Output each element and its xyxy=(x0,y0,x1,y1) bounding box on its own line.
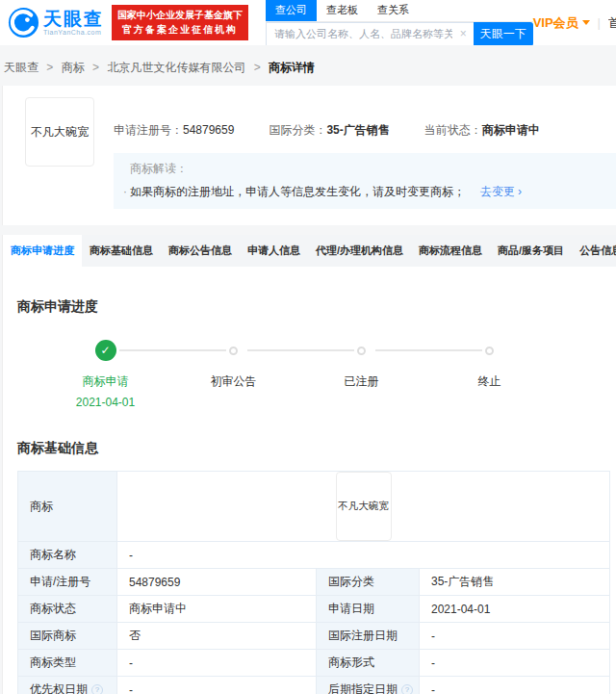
pending-dot-icon xyxy=(357,347,366,355)
help-icon[interactable]: ? xyxy=(401,684,413,694)
timeline-step-registered: 已注册 xyxy=(297,340,425,409)
breadcrumb-company[interactable]: 北京凡世文化传媒有限公司 xyxy=(107,61,245,74)
tab-announcement-info[interactable]: 商标公告信息 xyxy=(161,235,240,267)
reg-number-value: 54879659 xyxy=(183,123,234,137)
help-icon[interactable]: ? xyxy=(91,684,103,694)
tab-application-progress[interactable]: 商标申请进度 xyxy=(3,235,82,267)
table-row-name: 商标名称 - xyxy=(18,542,610,569)
tianyancha-logo[interactable]: 天眼查 TianYanCha.com xyxy=(8,7,104,39)
search-button[interactable]: 天眼一下 xyxy=(474,22,533,46)
trademark-image: 不凡大碗宽 xyxy=(25,97,94,167)
detail-tabbar: 商标申请进度 商标基础信息 商标公告信息 申请人信息 代理/办理机构信息 商标流… xyxy=(2,235,616,267)
search-tab-boss[interactable]: 查老板 xyxy=(317,0,368,21)
timeline-step-preliminary: 初审公告 xyxy=(169,340,297,409)
divider: | xyxy=(598,15,601,30)
certification-badge: 国家中小企业发展子基金旗下 官方备案企业征信机构 xyxy=(112,5,248,40)
breadcrumb-separator: > xyxy=(249,61,266,74)
table-row: 商标类型 - 商标形式 - xyxy=(18,650,610,677)
intl-class-label: 国际分类： xyxy=(269,123,326,137)
search-area: 查公司 查老板 查关系 × 天眼一下 xyxy=(266,0,533,45)
nav-item-partial[interactable]: 首 xyxy=(608,14,616,32)
breadcrumb-home[interactable]: 天眼查 xyxy=(4,61,38,74)
search-tab-relation[interactable]: 查关系 xyxy=(368,0,419,21)
table-row: 国际商标 否 国际注册日期 - xyxy=(18,623,610,650)
breadcrumb-separator: > xyxy=(88,61,104,74)
tab-agency-info[interactable]: 代理/办理机构信息 xyxy=(308,235,411,267)
note-title: 商标解读： xyxy=(123,161,606,177)
logo-title: 天眼查 xyxy=(43,10,104,29)
progress-timeline: ✓ 商标申请 2021-04-01 初审公告 已注册 终止 xyxy=(41,340,616,409)
go-change-link[interactable]: 去变更 xyxy=(480,185,515,198)
tianyancha-logo-icon xyxy=(8,7,39,39)
search-tab-company[interactable]: 查公司 xyxy=(266,0,317,21)
search-tabs: 查公司 查老板 查关系 xyxy=(266,0,533,22)
check-icon: ✓ xyxy=(95,340,116,361)
timeline-step-applied: ✓ 商标申请 2021-04-01 xyxy=(41,340,169,409)
pending-dot-icon xyxy=(485,347,494,355)
tab-goods-services[interactable]: 商品/服务项目 xyxy=(490,235,572,267)
arrow-right-icon: › xyxy=(518,185,522,198)
trademark-image-small: 不凡大碗宽 xyxy=(336,472,392,541)
chevron-down-icon xyxy=(582,20,590,25)
vip-member-link[interactable]: VIP会员 xyxy=(533,14,590,32)
tab-basic-info[interactable]: 商标基础信息 xyxy=(82,235,161,267)
bullet-icon: · xyxy=(123,185,127,198)
note-text: 如果商标的注册地址，申请人等信息发生变化，请及时变更商标； xyxy=(130,185,465,198)
timeline-step-terminated: 终止 xyxy=(425,340,553,409)
logo-domain: TianYanCha.com xyxy=(43,29,104,36)
tab-gazette-info[interactable]: 公告信息 xyxy=(572,235,616,267)
breadcrumb-current: 商标详情 xyxy=(269,61,315,74)
table-row: 申请/注册号 54879659 国际分类 35-广告销售 xyxy=(18,569,610,596)
table-row: 优先权日期? - 后期指定日期? - xyxy=(18,677,610,694)
current-status-value: 商标申请中 xyxy=(482,123,540,137)
progress-section-title: 商标申请进度 xyxy=(3,267,616,316)
pending-dot-icon xyxy=(229,347,238,355)
table-row: 商标状态 商标申请中 申请日期 2021-04-01 xyxy=(18,596,610,623)
breadcrumb: 天眼查 > 商标 > 北京凡世文化传媒有限公司 > 商标详情 xyxy=(2,45,616,86)
trademark-summary-card: 不凡大碗宽 申请注册号：54879659 国际分类：35-广告销售 当前状态：商… xyxy=(2,86,616,225)
step-date: 2021-04-01 xyxy=(41,396,169,409)
basic-section-title: 商标基础信息 xyxy=(3,440,616,457)
current-status-label: 当前状态： xyxy=(424,123,482,137)
reg-number-label: 申请注册号： xyxy=(114,123,183,137)
page-body: 天眼查 > 商标 > 北京凡世文化传媒有限公司 > 商标详情 不凡大碗宽 申请注… xyxy=(0,45,616,694)
summary-fields: 申请注册号：54879659 国际分类：35-广告销售 当前状态：商标申请中 xyxy=(114,122,616,139)
badge-line2: 官方备案企业征信机构 xyxy=(117,23,243,38)
tab-applicant-info[interactable]: 申请人信息 xyxy=(240,235,308,267)
intl-class-value: 35-广告销售 xyxy=(326,123,389,137)
clear-icon[interactable]: × xyxy=(460,27,467,40)
table-row-mark: 商标 不凡大碗宽 xyxy=(18,472,610,542)
badge-line1: 国家中小企业发展子基金旗下 xyxy=(117,9,243,23)
tab-process-info[interactable]: 商标流程信息 xyxy=(411,235,490,267)
breadcrumb-trademark[interactable]: 商标 xyxy=(62,61,85,74)
basic-info-table: 商标 不凡大碗宽 商标名称 - 申请/注册号 54879659 国际分类 35-… xyxy=(17,471,610,694)
trademark-note-box: 商标解读： ·如果商标的注册地址，申请人等信息发生变化，请及时变更商标；去变更› xyxy=(114,153,616,209)
breadcrumb-separator: > xyxy=(41,61,58,74)
top-bar: 天眼查 TianYanCha.com 国家中小企业发展子基金旗下 官方备案企业征… xyxy=(0,0,616,45)
detail-card: 商标申请进度 ✓ 商标申请 2021-04-01 初审公告 已注册 终止 xyxy=(2,267,616,694)
search-input[interactable] xyxy=(266,22,474,46)
